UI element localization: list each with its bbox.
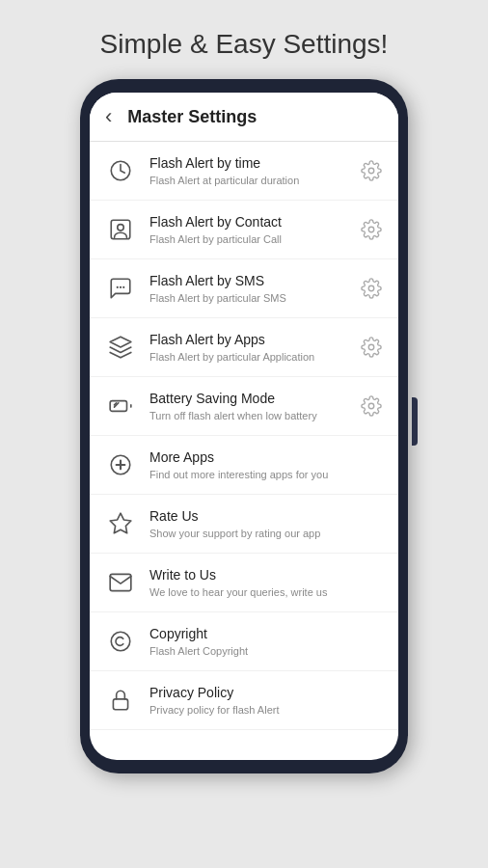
battery-icon <box>103 389 138 423</box>
settings-item-write-to-us[interactable]: Write to UsWe love to hear your queries,… <box>90 554 398 612</box>
item-title-flash-by-sms: Flash Alert by SMS <box>149 272 358 289</box>
svg-marker-16 <box>110 513 131 533</box>
lock-icon <box>103 683 138 718</box>
item-subtitle-write-to-us: We love to hear your queries, write us <box>149 585 385 599</box>
item-subtitle-more-apps: Find out more interesting apps for you <box>149 468 385 481</box>
item-title-privacy-policy: Privacy Policy <box>149 684 385 701</box>
settings-item-copyright[interactable]: CopyrightFlash Alert Copyright <box>90 612 398 671</box>
mail-icon <box>103 565 138 600</box>
sms-icon <box>103 271 138 306</box>
screen-header: ‹ Master Settings <box>90 93 398 142</box>
settings-item-privacy-policy[interactable]: Privacy PolicyPrivacy policy for flash A… <box>90 671 398 730</box>
item-subtitle-privacy-policy: Privacy policy for flash Alert <box>149 703 385 717</box>
header-title: Master Settings <box>127 107 257 127</box>
item-subtitle-rate-us: Show your support by rating our app <box>149 527 385 540</box>
item-title-flash-by-apps: Flash Alert by Apps <box>149 331 358 348</box>
svg-point-3 <box>118 225 124 231</box>
phone-outer: ‹ Master Settings Flash Alert by timeFla… <box>80 79 408 773</box>
svg-point-14 <box>368 403 374 409</box>
clock-icon <box>103 153 138 188</box>
copyright-icon <box>103 624 138 659</box>
gear-icon-flash-by-contact[interactable] <box>358 216 385 243</box>
settings-item-battery-saving[interactable]: Battery Saving ModeTurn off flash alert … <box>90 377 398 436</box>
svg-point-6 <box>120 286 122 288</box>
svg-point-7 <box>122 286 124 288</box>
contact-icon <box>103 212 138 247</box>
gear-icon-flash-by-sms[interactable] <box>358 275 385 302</box>
item-title-battery-saving: Battery Saving Mode <box>149 390 358 407</box>
item-subtitle-flash-by-contact: Flash Alert by particular Call <box>149 232 358 246</box>
settings-item-more-apps[interactable]: More AppsFind out more interesting apps … <box>90 436 398 495</box>
more-apps-icon <box>103 448 138 482</box>
settings-item-flash-by-contact[interactable]: Flash Alert by ContactFlash Alert by par… <box>90 201 398 259</box>
gear-icon-flash-by-apps[interactable] <box>358 334 385 361</box>
apps-icon <box>103 330 138 365</box>
page-title: Simple & Easy Settings! <box>100 29 389 60</box>
svg-point-17 <box>111 632 130 651</box>
svg-point-8 <box>368 285 374 291</box>
item-subtitle-flash-by-sms: Flash Alert by particular SMS <box>149 291 358 305</box>
svg-rect-18 <box>113 699 127 710</box>
settings-item-flash-by-apps[interactable]: Flash Alert by AppsFlash Alert by partic… <box>90 318 398 377</box>
item-subtitle-flash-by-apps: Flash Alert by particular Application <box>149 350 358 364</box>
item-title-rate-us: Rate Us <box>149 507 385 525</box>
item-title-flash-by-time: Flash Alert by time <box>149 154 358 172</box>
settings-item-flash-by-time[interactable]: Flash Alert by timeFlash Alert at partic… <box>90 142 398 201</box>
svg-point-1 <box>368 168 374 174</box>
item-title-write-to-us: Write to Us <box>149 566 385 583</box>
item-title-copyright: Copyright <box>149 625 385 642</box>
back-button[interactable]: ‹ <box>105 106 112 127</box>
item-subtitle-flash-by-time: Flash Alert at particular duration <box>149 174 358 187</box>
gear-icon-flash-by-time[interactable] <box>358 157 385 184</box>
settings-item-flash-by-sms[interactable]: Flash Alert by SMSFlash Alert by particu… <box>90 259 398 318</box>
phone-screen: ‹ Master Settings Flash Alert by timeFla… <box>90 93 398 760</box>
settings-list: Flash Alert by timeFlash Alert at partic… <box>90 142 398 760</box>
item-subtitle-copyright: Flash Alert Copyright <box>149 644 385 658</box>
item-subtitle-battery-saving: Turn off flash alert when low battery <box>149 409 358 422</box>
star-icon <box>103 506 138 541</box>
svg-point-9 <box>368 344 374 350</box>
gear-icon-battery-saving[interactable] <box>358 393 385 420</box>
settings-item-rate-us[interactable]: Rate UsShow your support by rating our a… <box>90 495 398 554</box>
svg-point-4 <box>368 227 374 232</box>
item-title-more-apps: More Apps <box>149 448 385 466</box>
svg-point-5 <box>117 286 119 288</box>
item-title-flash-by-contact: Flash Alert by Contact <box>149 213 358 231</box>
